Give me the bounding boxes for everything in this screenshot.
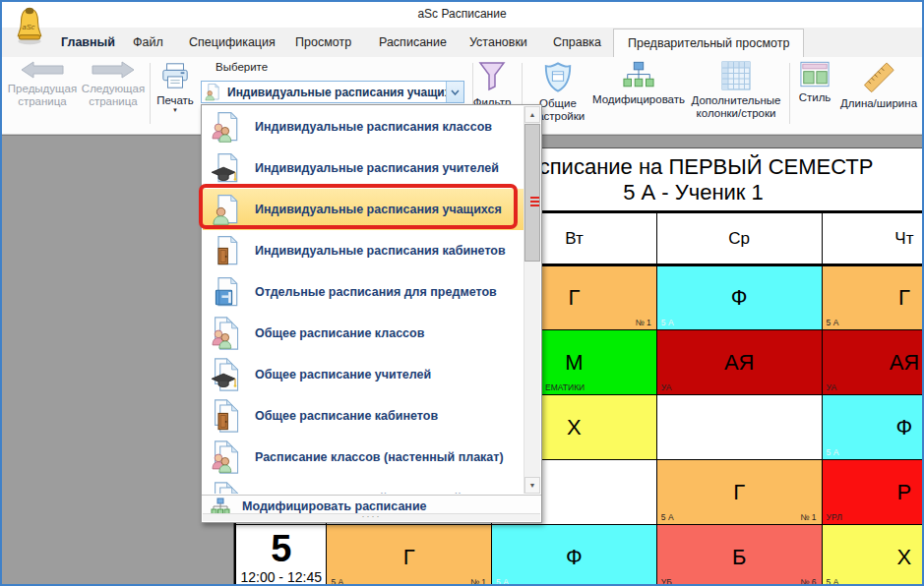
length-width-button[interactable]: Длина/ширина [836,59,921,110]
dropdown-item[interactable]: Индивидуальные расписания классов [203,106,524,147]
shield-settings-icon [527,61,588,96]
dropdown-item[interactable]: Индивидуальные расписания учителей [203,147,524,189]
student-schedule-icon [205,83,222,102]
dropdown-item[interactable]: Общее расписание учителей [203,354,524,395]
dropdown-item[interactable]: Расписание классов (настенный плакат) [203,437,524,478]
org-chart-icon [590,61,687,92]
combobox-dropdown-button[interactable] [446,82,463,102]
dropdown-item[interactable]: Общее расписание классов [203,313,524,354]
dropdown-list: Индивидуальные расписания классовИндивид… [203,106,524,494]
menu-settings[interactable]: Установки [469,35,527,49]
lesson-note-left: 5 А [827,577,839,585]
printer-icon [153,61,198,93]
dropdown-item[interactable]: Индивидуальные расписания кабинетов [203,230,524,271]
dropdown-item-label: Индивидуальные расписания классов [255,120,492,134]
dropdown-item-label: Общее расписание классов [255,326,424,340]
lesson-note-right: № 1 [636,318,651,327]
menu-file[interactable]: Файл [133,35,163,49]
dropdown-item[interactable]: Отдельные расписания для предметов [203,271,524,313]
classes-summary-icon [212,317,242,350]
menu-specification[interactable]: Спецификация [189,35,276,49]
period-time: 12:00 - 12:45 [236,569,326,585]
dropdown-item-label: Расписание учителей (настенный плакат) [255,492,510,494]
lesson-subject: Г [898,285,910,310]
svg-text:aSc: aSc [23,23,35,31]
lesson-note-left: 5 А [827,318,839,327]
period-number: 5 [236,530,326,567]
lesson-note-left: УБ [661,577,672,585]
extra-columns-button[interactable]: Дополнительные колонки/строки [687,59,785,120]
lesson-subject: Ф [566,545,583,569]
dropdown-item[interactable]: Индивидуальные расписания учащихся [203,189,524,230]
filter-button[interactable]: Фильтр [464,59,520,109]
teachers-poster-icon [212,482,242,494]
dropdown-item-label: Индивидуальные расписания учителей [255,161,499,175]
dropdown-item-label: Отдельные расписания для предметов [255,285,497,299]
style-window-icon [793,61,836,90]
empty-cell [656,395,822,460]
lesson-subject: Г [403,545,415,569]
lesson-subject: Х [567,415,582,440]
dropdown-item-label: Общее расписание учителей [255,368,431,381]
length-width-label: Длина/ширина [840,97,917,109]
previous-page-label: Предыдущая страница [8,83,77,107]
lesson-cell: АЯУА [656,330,822,395]
student-schedule-icon [212,193,242,226]
classes-poster-icon [212,440,242,474]
dropdown-scrollbar[interactable]: ▲ ▼ [524,106,540,494]
next-page-label: Следующая страница [82,83,145,107]
lesson-note-left: 5 А [661,318,674,327]
red-annotation-handle [530,197,539,211]
grid-icon [687,61,785,93]
lesson-note-right: № 6 [800,577,816,585]
print-label: Печать [156,94,194,106]
lesson-note-left: ЕМАТИКИ [545,382,585,392]
print-button[interactable]: Печать ▼ [153,59,198,113]
schedule-type-dropdown: Индивидуальные расписания классовИндивид… [201,104,542,523]
dropdown-item-label: Индивидуальные расписания кабинетов [255,244,506,258]
dropdown-resize-grip[interactable]: ···· [203,513,540,521]
teacher-schedule-icon [212,151,242,185]
lesson-note-left: 5 А [661,512,674,522]
next-page-button[interactable]: Следующая страница [81,59,146,108]
rooms-summary-icon [212,399,242,433]
app-logo-bell-icon[interactable]: aSc [14,5,45,46]
teachers-summary-icon [212,358,242,391]
style-button[interactable]: Стиль [793,59,836,104]
lesson-cell: Г5 А№ 1 [656,460,822,525]
lesson-cell: Ф5 А [492,525,657,586]
modify-button[interactable]: Модифицировать [590,59,687,106]
menu-view[interactable]: Просмотр [295,35,351,49]
lesson-subject: Х [897,545,912,569]
menu-bar: Главный Файл Спецификация Просмотр Распи… [2,28,922,58]
modify-label: Модифицировать [592,93,685,105]
menu-timetable[interactable]: Расписание [379,35,447,49]
menu-help[interactable]: Справка [553,35,601,49]
lesson-note-right: № 1 [470,577,486,585]
print-dropdown-caret: ▼ [153,107,198,113]
window-title: aSc Расписание [2,7,922,21]
scrollbar-thumb[interactable] [524,124,540,262]
scroll-down-icon[interactable]: ▼ [524,477,540,494]
dropdown-item[interactable]: Расписание учителей (настенный плакат) [203,478,524,494]
day-header: Ср [656,212,822,265]
dropdown-item-label: Общее расписание кабинетов [255,409,438,423]
previous-page-button[interactable]: Предыдущая страница [6,59,79,108]
lesson-subject: Р [897,480,912,504]
tab-print-preview[interactable]: Предварительный просмотр [613,29,804,57]
menu-main[interactable]: Главный [61,35,115,49]
arrow-left-icon [6,61,79,82]
lesson-note-right: № 1 [800,512,816,522]
dropdown-item[interactable]: Общее расписание кабинетов [203,395,524,437]
lesson-note-left: УА [827,382,837,392]
schedule-type-combobox[interactable]: Индивидуальные расписания учащихся [201,81,464,103]
period-cell: 512:00 - 12:45 [235,525,327,586]
lesson-note-left: 5 А [827,447,839,457]
lesson-subject: АЯ [724,350,755,375]
scroll-up-icon[interactable]: ▲ [524,106,540,123]
lesson-subject: М [565,350,583,375]
room-schedule-icon [212,234,242,267]
lesson-cell: АЯУА [822,330,922,395]
lesson-cell: РУРЛ [822,460,922,525]
lesson-cell: Г5 А№ 1 [327,525,492,586]
